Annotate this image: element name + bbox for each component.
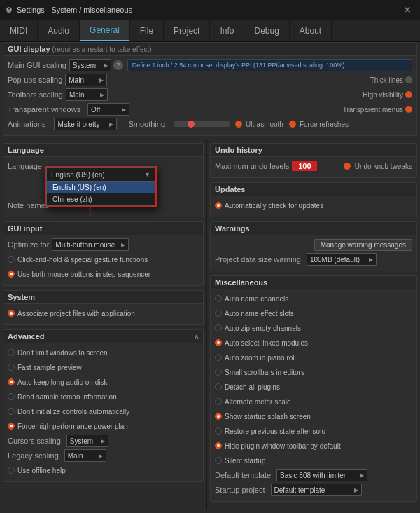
undo-knob-tweaks-option: Undo knob tweaks [344, 163, 412, 170]
manage-warnings-button[interactable]: Manage warning messages [314, 239, 412, 251]
warnings-section: Warnings Manage warning messages Project… [210, 221, 417, 271]
toolbars-scaling-select[interactable]: Main ▶ [66, 88, 108, 101]
small-scrollbars-radio[interactable] [215, 369, 222, 376]
restore-solo-radio[interactable] [215, 427, 222, 435]
hide-plugin-toolbar-radio[interactable] [215, 442, 222, 449]
tab-bar: MIDI Audio General File Project Info Deb… [0, 20, 420, 42]
keep-long-audio-radio[interactable] [8, 378, 15, 385]
undo-knob-tweaks-indicator [344, 163, 351, 170]
pop-ups-scaling-select[interactable]: Main ▶ [65, 74, 107, 86]
ppi-info: Define 1 inch / 2.54 cm or set display's… [127, 59, 412, 71]
thick-lines-option: Thick lines [370, 76, 412, 84]
transparent-menus-indicator [405, 106, 412, 113]
gui-input-section: GUI input Optimize for Multi-button mous… [3, 221, 204, 286]
language-dropdown-list: English (US) (en) Chinese (zh) [46, 182, 155, 206]
language-header: Language [4, 144, 203, 157]
startup-project-select[interactable]: Default template ▶ [271, 484, 362, 496]
auto-name-channels-radio[interactable] [215, 295, 222, 302]
tab-general[interactable]: General [80, 20, 130, 41]
auto-check-updates-radio[interactable] [215, 202, 222, 209]
fast-sample-preview-radio[interactable] [8, 364, 15, 371]
updates-header: Updates [211, 183, 416, 196]
smoothing-slider[interactable] [174, 121, 230, 127]
tab-midi[interactable]: MIDI [0, 20, 38, 41]
advanced-section: Advanced ∧ Don't limit windows to screen… [3, 329, 204, 482]
lang-option-english[interactable]: English (US) (en) [47, 182, 155, 193]
legacy-scaling-select[interactable]: Main ▶ [64, 449, 106, 462]
smoothing-slider-container [174, 121, 230, 127]
transparent-menus-option: Transparent menus [343, 106, 412, 114]
detach-plugins-radio[interactable] [215, 383, 222, 390]
warnings-header: Warnings [211, 222, 416, 235]
title-bar-text: Settings - System / miscellaneous [17, 6, 132, 14]
advanced-header: Advanced ∧ [4, 330, 203, 343]
undo-history-section: Undo history Maximum undo levels 100 Und… [210, 143, 417, 178]
animations-select[interactable]: Make it pretty ▶ [54, 118, 117, 130]
auto-name-effects-radio[interactable] [215, 310, 222, 317]
no-init-controls-radio[interactable] [8, 408, 15, 415]
tab-audio[interactable]: Audio [38, 20, 80, 41]
high-visibility-indicator [405, 91, 412, 98]
auto-zoom-piano-radio[interactable] [215, 354, 222, 361]
transparent-windows-select[interactable]: Off ▶ [88, 103, 130, 116]
main-gui-scaling-select[interactable]: System ▶ [69, 59, 111, 71]
max-undo-levels-input[interactable]: 100 [292, 161, 317, 171]
settings-icon: ⚙ [6, 6, 13, 15]
cursors-scaling-select[interactable]: System ▶ [66, 435, 108, 447]
read-sample-tempo-radio[interactable] [8, 393, 15, 400]
lang-option-chinese[interactable]: Chinese (zh) [47, 193, 155, 205]
miscellaneous-header: Miscellaneous [211, 276, 416, 289]
mouse-buttons-radio[interactable] [8, 271, 15, 278]
tab-about[interactable]: About [290, 20, 332, 41]
silent-startup-radio[interactable] [215, 457, 222, 464]
system-section: System Associate project files with appl… [3, 290, 204, 325]
tab-info[interactable]: Info [210, 20, 244, 41]
high-visibility-option: High visibility [363, 91, 412, 99]
alternate-meter-radio[interactable] [215, 398, 222, 405]
updates-section: Updates Automatically check for updates [210, 182, 417, 217]
project-data-size-select[interactable]: 100MB (default) ▶ [307, 253, 377, 266]
default-template-select[interactable]: Basic 808 with limiter ▶ [276, 469, 368, 481]
optimize-for-select[interactable]: Multi-button mouse ▶ [52, 238, 129, 251]
tab-debug[interactable]: Debug [244, 20, 289, 41]
force-refreshes-option: Force refreshes [289, 121, 349, 128]
ultrasmooth-indicator [235, 121, 242, 128]
ultrasmooth-option: Ultrasmooth [235, 121, 284, 128]
gesture-radio[interactable] [8, 256, 15, 263]
gui-input-header: GUI input [4, 222, 203, 235]
language-section: Language Language English (US) (en) ▼ E [3, 143, 204, 217]
tab-project[interactable]: Project [164, 20, 210, 41]
thick-lines-indicator [405, 76, 412, 83]
title-bar: ⚙ Settings - System / miscellaneous ✕ [0, 0, 420, 20]
gui-display-header: GUI display (requires a restart to take … [4, 43, 416, 56]
main-gui-help[interactable]: ? [113, 60, 123, 70]
offline-help-radio[interactable] [8, 467, 15, 474]
language-dropdown[interactable]: English (US) (en) ▼ English (US) (en) Ch… [45, 166, 157, 207]
gui-display-section: GUI display (requires a restart to take … [3, 42, 417, 136]
miscellaneous-section: Miscellaneous Auto name channels Auto na… [210, 275, 417, 502]
auto-select-linked-radio[interactable] [215, 339, 222, 346]
associate-files-radio[interactable] [8, 310, 15, 317]
undo-history-header: Undo history [211, 144, 416, 157]
language-dropdown-header[interactable]: English (US) (en) ▼ [46, 167, 155, 182]
show-splash-radio[interactable] [215, 413, 222, 420]
high-perf-power-radio[interactable] [8, 423, 15, 430]
force-refreshes-indicator [289, 121, 296, 128]
system-header: System [4, 291, 203, 304]
auto-zip-empty-radio[interactable] [215, 324, 222, 331]
tab-file[interactable]: File [130, 20, 164, 41]
no-limit-windows-radio[interactable] [8, 349, 15, 356]
close-button[interactable]: ✕ [400, 4, 414, 15]
